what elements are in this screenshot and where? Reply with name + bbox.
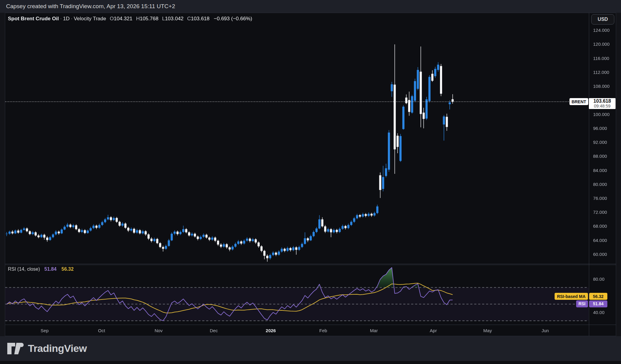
rsi-value-tag: 51.84: [589, 300, 607, 307]
separator-dot: ·: [59, 16, 63, 22]
symbol-header: Spot Brent Crude Oil·1D·Velocity TradeO1…: [8, 16, 252, 22]
price-tick-label: 88.000: [593, 154, 607, 159]
rsi-tick-label: 40.00: [593, 310, 605, 315]
rsi-title[interactable]: RSI (14, close): [8, 266, 40, 272]
ohlc-letter: H: [136, 16, 140, 22]
time-axis-label: Apr: [430, 328, 437, 333]
price-tick-label: 72.000: [593, 210, 607, 215]
price-tick-label: 64.000: [593, 238, 607, 243]
ohlc-letter: O: [110, 16, 114, 22]
price-tick-label: 92.000: [593, 140, 607, 145]
tradingview-brand[interactable]: TradingView: [7, 341, 87, 356]
ohlc-value: 104.321: [114, 16, 132, 22]
rsi-indicator-header[interactable]: RSI (14, close) 51.84 56.32: [8, 266, 74, 272]
exchange-label: Velocity Trade: [74, 16, 106, 22]
price-tick-label: 108.000: [593, 84, 609, 89]
price-tick-label: 80.000: [593, 182, 607, 187]
last-price-value: 103.618: [589, 99, 616, 104]
ohlc-letter: L: [162, 16, 165, 22]
price-tick-label: 112.000: [593, 70, 609, 75]
time-axis-label: Mar: [370, 328, 378, 333]
ohlc-value: 105.768: [140, 16, 158, 22]
currency-button[interactable]: USD: [591, 14, 614, 25]
price-tick-label: 76.000: [593, 196, 607, 201]
footer-bar: TradingView: [0, 336, 621, 361]
chart-canvas[interactable]: [0, 0, 621, 364]
price-tick-label: 100.000: [593, 112, 609, 117]
symbol-title[interactable]: Spot Brent Crude Oil: [8, 16, 59, 22]
time-axis-label: Dec: [210, 328, 218, 333]
bar-countdown: 09:48:59: [589, 104, 616, 108]
price-tick-label: 124.000: [593, 28, 609, 33]
separator-dot: ·: [70, 16, 74, 22]
price-tick-label: 60.000: [593, 252, 607, 257]
tradingview-logo-icon: [7, 341, 24, 356]
rsi-name-tag: RSI: [576, 300, 588, 307]
time-axis-label: May: [483, 328, 492, 333]
ohlc-values: O104.321H105.768L103.042C103.618: [106, 16, 210, 22]
rsi-ma-name-tag: RSI-based MA: [555, 293, 588, 300]
rsi-tick-label: 80.00: [593, 276, 605, 282]
last-price-label: 103.618 09:48:59: [589, 98, 616, 109]
interval-label[interactable]: 1D: [63, 16, 70, 22]
price-tick-label: 84.000: [593, 168, 607, 173]
ohlc-value: 103.618: [191, 16, 210, 22]
symbol-price-tag: BRENT: [569, 98, 588, 105]
price-tick-label: 116.000: [593, 56, 609, 61]
price-tick-label: 96.000: [593, 126, 607, 131]
bottom-strip: [0, 361, 621, 364]
rsi-ma-current-value: 56.32: [62, 266, 74, 272]
rsi-ma-value-tag: 56.32: [589, 293, 607, 300]
ohlc-letter: C: [187, 16, 191, 22]
time-axis-label: Jun: [542, 328, 549, 333]
rsi-current-value: 51.84: [44, 266, 56, 272]
watermark-text: Capsey created with TradingView.com, Apr…: [6, 3, 175, 10]
time-axis-label: Sep: [41, 328, 49, 333]
time-axis-label: Oct: [98, 328, 105, 333]
price-tick-label: 120.000: [593, 41, 609, 47]
watermark-bar: Capsey created with TradingView.com, Apr…: [0, 0, 621, 13]
time-axis-label: Feb: [319, 328, 327, 333]
change-value: −0.693 (−0.66%): [214, 16, 252, 22]
price-tick-label: 68.000: [593, 223, 607, 229]
ohlc-value: 103.042: [165, 16, 183, 22]
tradingview-brand-text: TradingView: [28, 342, 87, 354]
time-axis-label: 2026: [266, 328, 276, 333]
time-axis-label: Nov: [155, 328, 163, 333]
